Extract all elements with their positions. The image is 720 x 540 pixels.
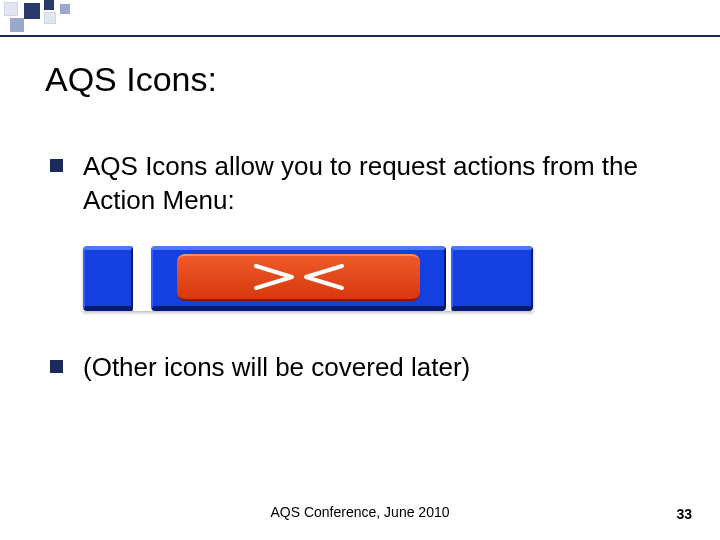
slide-header-decoration bbox=[0, 0, 720, 35]
square-bullet-icon bbox=[50, 159, 63, 172]
toolbar-segment-left bbox=[83, 246, 133, 311]
list-item: AQS Icons allow you to request actions f… bbox=[50, 150, 670, 218]
toolbar-segment-center bbox=[151, 246, 446, 311]
bullet-text: AQS Icons allow you to request actions f… bbox=[83, 150, 670, 218]
slide-footer: AQS Conference, June 2010 bbox=[0, 504, 720, 520]
list-item: (Other icons will be covered later) bbox=[50, 351, 670, 385]
action-menu-screenshot bbox=[83, 246, 533, 311]
slide-title: AQS Icons: bbox=[45, 60, 217, 99]
close-x-icon bbox=[252, 262, 346, 292]
bullet-list: AQS Icons allow you to request actions f… bbox=[50, 150, 670, 412]
square-bullet-icon bbox=[50, 360, 63, 373]
slide-divider bbox=[0, 35, 720, 37]
action-button bbox=[177, 254, 420, 301]
bullet-text: (Other icons will be covered later) bbox=[83, 351, 470, 385]
page-number: 33 bbox=[676, 506, 692, 522]
toolbar-segment-right bbox=[451, 246, 533, 311]
